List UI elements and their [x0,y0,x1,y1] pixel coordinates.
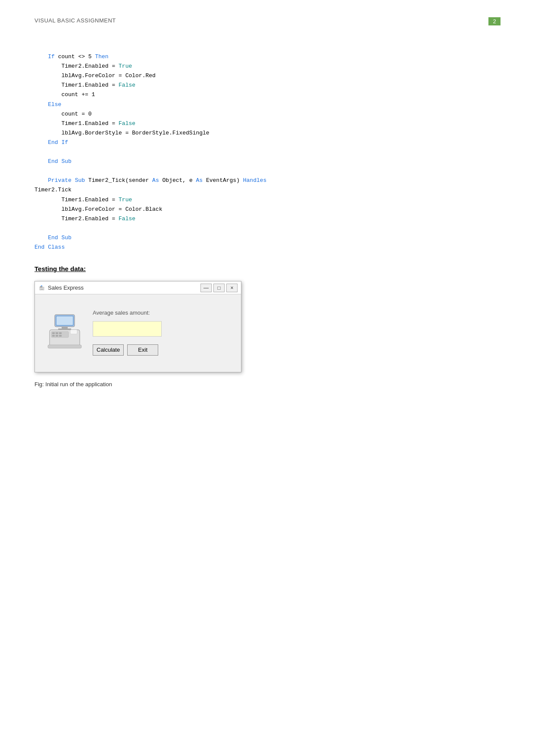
svg-rect-3 [41,285,42,286]
svg-rect-10 [52,332,55,334]
cash-register-area [45,312,84,353]
kw-true-1: True [119,63,132,69]
win-titlebar-left: Sales Express [38,284,84,291]
svg-rect-12 [59,332,62,334]
kw-else: Else [48,101,61,108]
kw-then: Then [95,53,108,60]
kw-as-2: As [196,177,203,184]
win-content-area: Average sales amount: Calculate Exit [93,309,162,356]
page-number: 2 [488,17,501,25]
win-titlebar: Sales Express — □ × [35,281,241,294]
svg-rect-14 [56,335,58,337]
dialog-title: Sales Express [48,284,84,291]
kw-end-class: End Class [34,244,65,250]
svg-rect-15 [59,335,62,337]
kw-end-sub-1: End Sub [48,158,72,165]
minimize-button[interactable]: — [200,284,212,292]
svg-rect-16 [70,330,77,334]
kw-true-2: True [119,197,132,203]
kw-false-3: False [119,216,135,222]
win-dialog: Sales Express — □ × [34,281,241,372]
kw-as-1: As [152,177,159,184]
app-icon [38,284,45,291]
maximize-button[interactable]: □ [213,284,225,292]
cash-register-icon [45,312,84,351]
svg-rect-2 [41,289,43,290]
close-button[interactable]: × [226,284,238,292]
svg-rect-18 [56,316,73,325]
kw-end-sub-2: End Sub [48,234,72,241]
kw-handles: Handles [243,177,267,184]
page-title: VISUAL BASIC ASSIGNMENT [34,17,116,24]
code-block: If count <> 5 Then Timer2.Enabled = True… [34,43,501,252]
kw-false-1: False [119,82,135,88]
kw-if: If [48,53,55,60]
calculate-button[interactable]: Calculate [93,344,124,356]
fig-caption: Fig: Initial run of the application [34,381,501,387]
avg-input[interactable] [93,321,162,337]
svg-rect-11 [56,332,58,334]
kw-false-2: False [119,120,135,127]
kw-sub: Sub [75,177,85,184]
win-buttons: Calculate Exit [93,344,162,356]
win-controls[interactable]: — □ × [200,284,238,292]
kw-private: Private [48,177,72,184]
win-body: Average sales amount: Calculate Exit [35,294,241,372]
kw-end-if: End If [48,139,68,146]
svg-rect-13 [52,335,55,337]
section-heading: Testing the data: [34,265,501,272]
page-header: VISUAL BASIC ASSIGNMENT 2 [34,17,501,25]
svg-rect-17 [48,345,81,348]
avg-label: Average sales amount: [93,309,162,316]
exit-button[interactable]: Exit [127,344,158,356]
svg-rect-1 [40,286,42,287]
